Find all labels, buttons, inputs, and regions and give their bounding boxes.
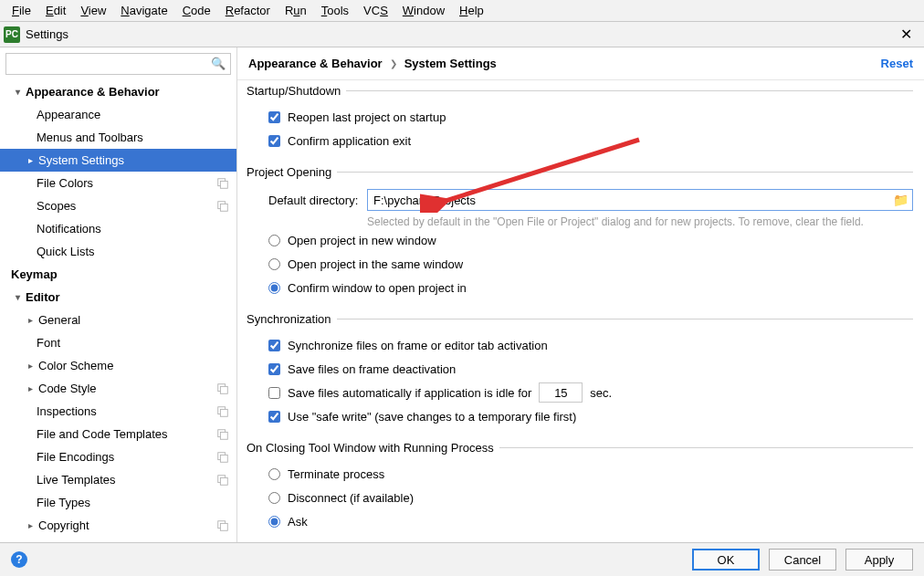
radio-open-new-window[interactable] xyxy=(268,235,280,246)
sidebar-item-label: File Types xyxy=(37,496,229,509)
chevron-icon: ▸ xyxy=(24,315,37,325)
folder-browse-icon[interactable]: 📁 xyxy=(893,193,908,207)
menu-file[interactable]: File xyxy=(5,2,38,19)
group-project-opening: Project Opening Default directory: 📁 Sel… xyxy=(248,165,913,299)
project-scope-icon xyxy=(216,177,229,190)
chevron-right-icon: ❯ xyxy=(390,58,397,68)
sidebar-item-color-scheme[interactable]: ▸Color Scheme xyxy=(0,354,236,377)
radio-terminate[interactable] xyxy=(268,468,280,480)
sidebar-item-label: Color Scheme xyxy=(38,359,229,372)
settings-search[interactable]: 🔍 xyxy=(5,53,231,75)
label-reopen-last-project: Reopen last project on startup xyxy=(288,110,446,124)
sidebar-item-notifications[interactable]: Notifications xyxy=(0,217,236,240)
breadcrumb-part-2: System Settings xyxy=(404,57,497,70)
label-open-new-window: Open project in new window xyxy=(288,234,436,247)
sidebar-item-label: File and Code Templates xyxy=(37,427,213,441)
group-synchronization-legend: Synchronization xyxy=(247,312,337,326)
settings-form: Startup/Shutdown Reopen last project on … xyxy=(237,80,924,542)
sidebar-item-font[interactable]: Font xyxy=(0,331,236,354)
settings-tree[interactable]: ▾Appearance & BehaviorAppearanceMenus an… xyxy=(0,79,236,542)
sidebar-item-menus-and-toolbars[interactable]: Menus and Toolbars xyxy=(0,126,236,149)
sidebar-item-inspections[interactable]: Inspections xyxy=(0,400,236,423)
sidebar-item-code-style[interactable]: ▸Code Style xyxy=(0,377,236,400)
chevron-icon: ▸ xyxy=(24,155,37,165)
sidebar-item-file-and-code-templates[interactable]: File and Code Templates xyxy=(0,423,236,445)
group-closing-tool-window: On Closing Tool Window with Running Proc… xyxy=(248,441,913,533)
auto-save-seconds-input[interactable] xyxy=(539,382,583,403)
radio-confirm-window[interactable] xyxy=(268,282,280,294)
sidebar-item-scopes[interactable]: Scopes xyxy=(0,194,236,217)
sidebar-item-label: Scopes xyxy=(37,199,213,213)
search-icon: 🔍 xyxy=(211,57,226,70)
dialog-button-bar: ? OK Cancel Apply xyxy=(0,542,924,576)
menu-code[interactable]: Code xyxy=(175,2,218,19)
search-input[interactable] xyxy=(5,53,231,75)
default-directory-input[interactable] xyxy=(373,191,893,209)
sidebar-item-keymap[interactable]: Keymap xyxy=(0,263,236,286)
label-open-same-window: Open project in the same window xyxy=(288,257,463,271)
checkbox-save-deactivation[interactable] xyxy=(268,363,280,375)
menu-tools[interactable]: Tools xyxy=(314,2,356,19)
svg-rect-5 xyxy=(220,386,227,393)
checkbox-auto-save[interactable] xyxy=(268,387,280,399)
ok-button[interactable]: OK xyxy=(692,549,760,571)
chevron-icon: ▾ xyxy=(11,87,24,97)
project-scope-icon xyxy=(216,405,229,418)
radio-disconnect[interactable] xyxy=(268,492,280,504)
sidebar-item-label: File Encodings xyxy=(37,450,213,464)
menu-vcs[interactable]: VCS xyxy=(356,2,395,19)
apply-button[interactable]: Apply xyxy=(845,549,913,571)
breadcrumb: Appearance & Behavior ❯ System Settings … xyxy=(237,47,924,80)
radio-ask[interactable] xyxy=(268,516,280,528)
menu-run[interactable]: Run xyxy=(278,2,314,19)
label-confirm-exit: Confirm application exit xyxy=(288,134,411,148)
checkbox-confirm-exit[interactable] xyxy=(268,135,280,147)
window-title: Settings xyxy=(26,27,68,41)
reset-link[interactable]: Reset xyxy=(881,57,913,70)
default-directory-hint: Selected by default in the "Open File or… xyxy=(248,215,913,228)
settings-titlebar: PC Settings ✕ xyxy=(0,22,924,47)
sidebar-item-system-settings[interactable]: ▸System Settings xyxy=(0,149,236,172)
radio-open-same-window[interactable] xyxy=(268,258,280,270)
help-icon[interactable]: ? xyxy=(11,551,27,568)
project-scope-icon xyxy=(216,519,229,532)
group-closing-legend: On Closing Tool Window with Running Proc… xyxy=(247,441,499,455)
group-startup-legend: Startup/Shutdown xyxy=(247,84,346,98)
sidebar-item-live-templates[interactable]: Live Templates xyxy=(0,468,236,491)
sidebar-item-quick-lists[interactable]: Quick Lists xyxy=(0,240,236,263)
svg-rect-3 xyxy=(220,204,227,211)
chevron-icon: ▾ xyxy=(11,292,24,302)
app-icon: PC xyxy=(4,26,20,43)
checkbox-safe-write[interactable] xyxy=(268,411,280,423)
sidebar-item-file-types[interactable]: File Types xyxy=(0,491,236,514)
menu-help[interactable]: Help xyxy=(452,2,491,19)
default-directory-field[interactable]: 📁 xyxy=(367,189,913,211)
sidebar-item-file-colors[interactable]: File Colors xyxy=(0,172,236,194)
sidebar-item-general[interactable]: ▸General xyxy=(0,309,236,331)
sidebar-item-label: Notifications xyxy=(37,222,229,236)
sidebar-item-label: Code Style xyxy=(38,382,213,395)
chevron-icon: ▸ xyxy=(24,520,37,530)
breadcrumb-part-1: Appearance & Behavior xyxy=(248,57,383,70)
checkbox-reopen-last-project[interactable] xyxy=(268,111,280,123)
menu-edit[interactable]: Edit xyxy=(38,2,73,19)
sidebar-item-appearance[interactable]: Appearance xyxy=(0,103,236,126)
svg-rect-15 xyxy=(220,523,227,530)
menu-view[interactable]: View xyxy=(73,2,113,19)
svg-rect-13 xyxy=(220,477,227,485)
checkbox-sync-frame[interactable] xyxy=(268,340,280,351)
sidebar-item-file-encodings[interactable]: File Encodings xyxy=(0,445,236,468)
close-icon[interactable]: ✕ xyxy=(897,26,915,43)
menu-window[interactable]: Window xyxy=(395,2,452,19)
cancel-button[interactable]: Cancel xyxy=(769,549,836,571)
sidebar-item-label: Font xyxy=(37,336,229,350)
sidebar-item-editor[interactable]: ▾Editor xyxy=(0,286,236,309)
menu-navigate[interactable]: Navigate xyxy=(113,2,174,19)
svg-rect-11 xyxy=(220,455,227,462)
settings-sidebar: 🔍 ▾Appearance & BehaviorAppearanceMenus … xyxy=(0,47,237,542)
menu-refactor[interactable]: Refactor xyxy=(218,2,278,19)
sidebar-item-copyright[interactable]: ▸Copyright xyxy=(0,514,236,537)
menu-bar: File Edit View Navigate Code Refactor Ru… xyxy=(0,0,924,22)
project-scope-icon xyxy=(216,200,229,213)
sidebar-item-appearance-behavior[interactable]: ▾Appearance & Behavior xyxy=(0,80,236,103)
